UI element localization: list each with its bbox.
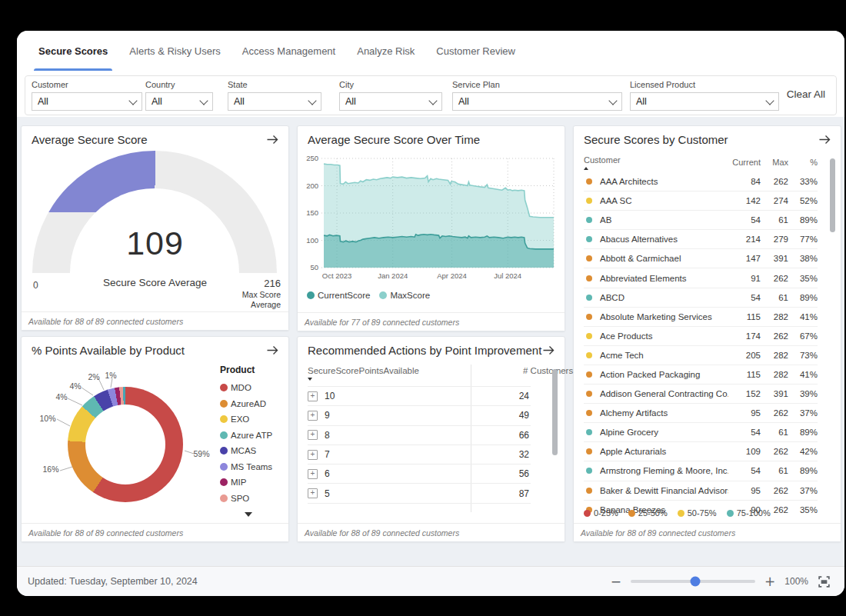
pct-score: 73% [788, 351, 818, 360]
tab-analyze-risk[interactable]: Analyze Risk [346, 31, 425, 71]
fit-to-screen-icon[interactable] [818, 575, 831, 588]
table-row[interactable]: Alpine Grocery 54 61 89% [584, 422, 818, 441]
legend-dot-icon [220, 447, 228, 455]
card-footer: Available for 88 of 89 connected custome… [22, 311, 288, 330]
legend-dot-icon [678, 510, 684, 517]
legend-item-exo[interactable]: EXO [220, 411, 272, 428]
max-score: 274 [761, 196, 788, 205]
card-scores-by-customer: Secure Scores by Customer Customer Curre… [573, 125, 841, 542]
table-row[interactable]: + 5 87 [308, 483, 531, 502]
table-row[interactable]: AAA SC 142 274 52% [584, 191, 818, 210]
card-footer: Available for 88 of 89 connected custome… [298, 523, 565, 541]
drill-arrow-icon[interactable] [542, 345, 555, 359]
table-row[interactable]: Abbott & Carmichael 147 391 38% [584, 248, 818, 268]
table-row[interactable]: + 8 66 [308, 425, 531, 445]
legend-scroll-down-icon[interactable] [245, 512, 252, 517]
table-row[interactable]: AB 54 61 89% [584, 210, 818, 229]
legend-item-maxscore[interactable]: MaxScore [379, 291, 430, 300]
card-footer: Available for 88 of 89 connected custome… [22, 523, 288, 541]
column-header-current[interactable]: Current [728, 158, 761, 167]
expand-plus-icon[interactable]: + [308, 469, 318, 479]
filter-licensed-product: Licensed Product All [630, 80, 779, 111]
tab-alerts-risky-users[interactable]: Alerts & Risky Users [118, 31, 231, 71]
card-average-secure-score: Average Secure Score 109 Secure Score Av… [21, 125, 289, 331]
expand-plus-icon[interactable]: + [308, 411, 318, 421]
filter-dropdown-licensed-product[interactable]: All [630, 92, 779, 111]
expand-plus-icon[interactable]: + [308, 430, 318, 440]
current-score: 174 [728, 331, 761, 341]
drill-arrow-icon[interactable] [818, 134, 831, 148]
pct-score: 39% [788, 389, 818, 398]
tab-customer-review[interactable]: Customer Review [425, 31, 526, 71]
table-row[interactable]: Absolute Marketing Services 115 282 41% [584, 307, 818, 326]
table-row[interactable]: Armstrong Fleming & Moore, Inc. 54 61 89… [584, 461, 818, 480]
filter-dropdown-country[interactable]: All [145, 92, 213, 111]
table-row[interactable]: Action Packed Packaging 115 282 41% [584, 365, 818, 384]
filter-dropdown-customer[interactable]: All [32, 92, 142, 111]
table-row[interactable]: AAA Architects 84 262 33% [584, 172, 818, 191]
table-row[interactable]: Acme Tech 205 282 73% [584, 345, 818, 365]
legend-dot-icon [307, 291, 315, 299]
table-row[interactable]: + 7 32 [308, 445, 531, 464]
expand-plus-icon[interactable]: + [308, 391, 318, 401]
gauge-caption: Secure Score Average [22, 277, 288, 288]
filter-value: All [458, 96, 469, 107]
zoom-slider-thumb[interactable] [691, 577, 701, 587]
table-row[interactable]: Baker & Dewitt Financial Advisors 95 262… [584, 481, 818, 500]
zoom-slider[interactable] [631, 580, 755, 583]
tab-secure-scores[interactable]: Secure Scores [28, 31, 118, 71]
filter-dropdown-state[interactable]: All [228, 92, 321, 111]
column-header-max[interactable]: Max [761, 158, 788, 167]
table-row[interactable]: Abacus Alternatives 214 279 77% [584, 229, 818, 248]
column-header-pct[interactable]: % [788, 158, 818, 167]
card-title: Average Secure Score [32, 133, 148, 146]
table-row[interactable]: Addison General Contracting Co. 152 391 … [584, 384, 818, 403]
table-row[interactable]: + 9 49 [308, 405, 531, 425]
expand-plus-icon[interactable]: + [308, 450, 318, 460]
column-header-points[interactable]: SecureScorePointsAvailable [308, 366, 419, 375]
zoom-out-button[interactable]: − [611, 575, 621, 588]
zoom-in-button[interactable]: + [764, 575, 775, 588]
svg-text:Jul 2024: Jul 2024 [494, 271, 521, 280]
table-row[interactable]: Abbreviated Elements 91 262 35% [584, 268, 818, 287]
legend-item-currentscore[interactable]: CurrentScore [307, 291, 370, 300]
max-score: 61 [761, 428, 788, 437]
table-row[interactable]: + 6 56 [308, 464, 531, 483]
clear-all-button[interactable]: Clear All [787, 88, 825, 100]
max-score: 262 [761, 331, 788, 341]
drill-arrow-icon[interactable] [266, 345, 279, 359]
legend-item-mcas[interactable]: MCAS [220, 443, 272, 459]
table-row[interactable]: ABCD 54 61 89% [584, 288, 818, 307]
svg-text:Oct 2023: Oct 2023 [322, 271, 352, 280]
legend-item-ms-teams[interactable]: MS Teams [220, 459, 272, 475]
scrollbar-thumb[interactable] [552, 369, 558, 455]
legend-dot-icon [220, 463, 228, 471]
filter-dropdown-city[interactable]: All [339, 92, 442, 111]
expand-plus-icon[interactable]: + [308, 488, 318, 498]
legend-item-mip[interactable]: MIP [220, 474, 272, 491]
table-row[interactable]: Ace Products 174 262 67% [584, 326, 818, 345]
max-score: 61 [761, 293, 788, 302]
drill-arrow-icon[interactable] [266, 134, 279, 148]
filter-label: City [339, 80, 442, 89]
tab-access-management[interactable]: Access Management [231, 31, 346, 71]
pct-score: 37% [788, 408, 818, 418]
table-row[interactable]: Apple Acturarials 109 262 42% [584, 441, 818, 461]
column-header-customer[interactable]: Customer [584, 155, 728, 170]
app-window: Secure ScoresAlerts & Risky UsersAccess … [17, 31, 844, 596]
customer-name: Abbreviated Elements [600, 274, 728, 283]
current-score: 54 [728, 466, 761, 475]
product-donut-chart[interactable] [68, 387, 183, 502]
scrollbar-thumb[interactable] [830, 158, 835, 232]
customer-name: AAA SC [600, 196, 728, 205]
customer-name: Action Packed Packaging [600, 370, 728, 379]
legend-item-azuread[interactable]: AzureAD [220, 396, 272, 412]
legend-item-mdo[interactable]: MDO [220, 380, 272, 396]
filter-dropdown-service-plan[interactable]: All [452, 92, 622, 111]
partial-row-divider [308, 503, 531, 504]
legend-item-azure-atp[interactable]: Azure ATP [220, 428, 272, 444]
legend-dot-icon [584, 510, 591, 517]
table-row[interactable]: + 10 24 [308, 386, 531, 405]
legend-item-spo[interactable]: SPO [220, 491, 272, 507]
table-row[interactable]: Alchemy Artifacts 95 262 37% [584, 403, 818, 422]
